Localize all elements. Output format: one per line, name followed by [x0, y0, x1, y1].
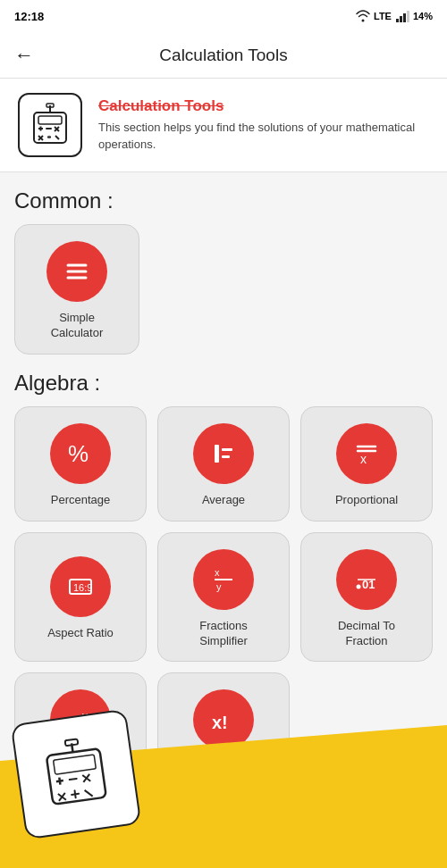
signal-icon [395, 10, 409, 22]
status-time: 12:18 [14, 10, 44, 23]
svg-line-49 [75, 790, 76, 797]
factorial-icon: x! [207, 704, 240, 736]
svg-line-50 [85, 789, 93, 797]
svg-text:x: x [215, 567, 220, 578]
svg-line-43 [70, 779, 77, 780]
section-title-common: Common : [14, 188, 433, 213]
proportional-icon: x [350, 438, 383, 470]
banner-icon [18, 93, 82, 157]
status-bar: 12:18 LTE 14% [0, 0, 447, 32]
back-button[interactable]: ← [14, 44, 34, 67]
tool-proportional[interactable]: x Proportional [300, 406, 433, 522]
decimal-to-fraction-label: Decimal ToFraction [338, 619, 395, 649]
wifi-icon [356, 10, 370, 22]
svg-text:%: % [68, 440, 89, 467]
svg-line-15 [55, 136, 59, 139]
status-icons: LTE 14% [356, 10, 433, 22]
average-label: Average [202, 493, 245, 508]
aspect-ratio-icon: 16:9 [64, 571, 97, 603]
calc-banner-icon [27, 102, 73, 148]
simple-calculator-label: SimpleCalculator [51, 311, 104, 341]
banner-text: Calculation Tools This section helps you… [98, 97, 429, 154]
floating-calc-svg [30, 729, 122, 820]
common-grid: SimpleCalculator [14, 224, 433, 355]
svg-text:x: x [360, 452, 367, 466]
svg-rect-5 [38, 116, 62, 124]
svg-text:y: y [216, 581, 222, 592]
battery-label: 14% [413, 11, 433, 21]
tool-simple-calculator[interactable]: SimpleCalculator [14, 224, 139, 355]
banner-heading: Calculation Tools [98, 97, 429, 115]
svg-rect-24 [222, 455, 230, 458]
percentage-label: Percentage [51, 493, 111, 508]
svg-rect-1 [400, 16, 402, 22]
tool-aspect-ratio[interactable]: 16:9 Aspect Ratio [14, 532, 147, 663]
decimal-to-fraction-icon-circle: 01 [336, 549, 397, 610]
svg-rect-40 [54, 755, 97, 774]
aspect-ratio-icon-circle: 16:9 [50, 556, 111, 617]
average-icon [207, 438, 240, 470]
svg-rect-52 [65, 739, 79, 746]
average-icon-circle [193, 423, 254, 484]
svg-rect-0 [396, 19, 399, 22]
percentage-icon-circle: % [50, 423, 111, 484]
tool-decimal-to-fraction[interactable]: 01 Decimal ToFraction [300, 532, 433, 663]
nav-bar: ← Calculation Tools [0, 32, 447, 79]
svg-text:x!: x! [212, 713, 228, 732]
menu-icon [61, 255, 93, 288]
svg-rect-2 [403, 13, 406, 22]
svg-rect-23 [222, 448, 232, 451]
svg-rect-22 [215, 445, 219, 463]
network-label: LTE [374, 11, 392, 21]
fractions-simplifier-label: FractionsSimplifier [199, 619, 247, 649]
percent-icon: % [64, 438, 97, 470]
simple-calculator-icon [46, 241, 107, 302]
fraction-icon: x y [207, 563, 240, 596]
tool-fractions-simplifier[interactable]: x y FractionsSimplifier [157, 532, 290, 663]
decimal-icon: 01 [350, 563, 383, 596]
svg-point-33 [357, 584, 361, 588]
banner-description: This section helps you find the solution… [98, 119, 429, 154]
aspect-ratio-label: Aspect Ratio [47, 626, 114, 641]
nav-title: Calculation Tools [48, 46, 399, 65]
section-title-algebra: Algebra : [14, 371, 433, 396]
svg-text:16:9: 16:9 [73, 582, 92, 593]
proportional-label: Proportional [335, 493, 398, 508]
header-banner: Calculation Tools This section helps you… [0, 79, 447, 172]
svg-line-42 [59, 778, 60, 785]
svg-rect-3 [407, 11, 409, 22]
fractions-simplifier-icon-circle: x y [193, 549, 254, 610]
tool-percentage[interactable]: % Percentage [14, 406, 147, 522]
tool-average[interactable]: Average [157, 406, 290, 522]
proportional-icon-circle: x [336, 423, 397, 484]
floating-calc-icon [11, 709, 142, 840]
